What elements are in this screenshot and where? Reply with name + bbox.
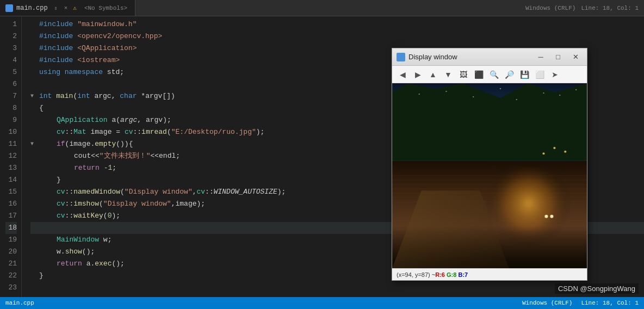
code-line-23 xyxy=(30,282,644,294)
status-right: Windows (CRLF) Line: 18, Col: 1 xyxy=(522,300,639,306)
cv-tool-forward[interactable]: ▶ xyxy=(411,68,425,81)
cv-tool-zoom-in[interactable]: 🔍 xyxy=(487,68,501,81)
line-num-1: 1 xyxy=(5,18,17,30)
cv-tool-back[interactable]: ◀ xyxy=(395,68,410,81)
line-num-2: 2 xyxy=(5,30,17,42)
line-num-5: 5 xyxy=(5,66,17,78)
cv-coords: (x=94, y=87) ~ xyxy=(397,271,435,278)
line-num-12: 12 xyxy=(5,150,17,162)
line-num-14: 14 xyxy=(5,174,17,186)
code-content-15: cv::namedWindow("Display window",cv::WIN… xyxy=(57,186,286,198)
tab-close-btn[interactable]: × xyxy=(64,5,68,11)
code-content-7: int main(int argc, char *argv[]) xyxy=(39,90,175,102)
code-content-14: } xyxy=(57,174,61,186)
cv-toolbar: ◀ ▶ ▲ ▼ 🖼 ⬛ 🔍 🔎 💾 ⬜ ➤ xyxy=(392,66,587,83)
line-arrow-11: ▼ xyxy=(30,138,37,150)
cv-statusbar: (x=94, y=87) ~ R:6 G:8 B:7 xyxy=(392,268,587,280)
code-line-2: #include <opencv2/opencv.hpp> xyxy=(30,30,644,42)
cv-tool-up[interactable]: ▲ xyxy=(426,68,440,81)
code-content-1: #include "mainwindow.h" xyxy=(39,18,137,30)
code-content-20: w.show(); xyxy=(57,246,95,258)
code-content-22: } xyxy=(39,270,44,282)
code-content-10: cv::Mat image = cv::imread("E:/Desktop/r… xyxy=(57,126,264,138)
status-position: Line: 18, Col: 1 xyxy=(581,300,639,306)
code-content-13: return -1; xyxy=(74,162,116,174)
line-num-7: 7 xyxy=(5,90,17,102)
status-encoding: Windows (CRLF) xyxy=(522,300,572,306)
cv-r-value: R:6 xyxy=(435,271,445,278)
line-num-9: 9 xyxy=(5,114,17,126)
cv-close-btn[interactable]: ✕ xyxy=(568,52,583,63)
line-num-20: 20 xyxy=(5,246,17,258)
encoding-label: Windows (CRLF) xyxy=(525,5,575,11)
cv-minimize-btn[interactable]: ─ xyxy=(534,52,548,63)
code-content-11: if(image.empty()){ xyxy=(57,138,133,150)
cv-tool-down[interactable]: ▼ xyxy=(441,68,455,81)
cv-tool-image[interactable]: 🖼 xyxy=(456,68,470,81)
code-content-17: cv::waitKey(0); xyxy=(57,210,120,222)
code-content-19: MainWindow w; xyxy=(57,234,112,246)
line-num-6: 6 xyxy=(5,78,17,90)
status-bar: main.cpp Windows (CRLF) Line: 18, Col: 1 xyxy=(0,297,644,309)
cv-tool-fit[interactable]: ⬜ xyxy=(532,68,547,81)
code-content-5: using namespace std; xyxy=(39,66,124,78)
line-num-13: 13 xyxy=(5,162,17,174)
line-num-4: 4 xyxy=(5,54,17,66)
cv-tool-zoom-out[interactable]: 🔎 xyxy=(502,68,516,81)
cv-g-value: G:8 xyxy=(447,271,456,278)
file-icon xyxy=(5,4,13,12)
tab-nav-arrows[interactable]: ⇕ xyxy=(51,5,61,11)
cv-tool-save[interactable]: 💾 xyxy=(517,68,531,81)
tab-bar-right: Windows (CRLF) Line: 18, Col: 1 xyxy=(525,5,644,11)
code-content-21: return a.exec(); xyxy=(57,258,125,270)
csdn-watermark: CSDN @SongpingWang xyxy=(555,283,639,294)
line-num-11: 11 xyxy=(5,138,17,150)
line-arrow-7: ▼ xyxy=(30,90,37,102)
file-tab[interactable]: main.cpp ⇕ × ⚠ <No Symbols> xyxy=(0,0,135,16)
warning-badge: ⚠ xyxy=(71,4,79,11)
line-numbers: 1234567891011121314151617181920212223 xyxy=(0,16,22,297)
no-symbols-label: <No Symbols> xyxy=(82,5,129,11)
tab-filename: main.cpp xyxy=(16,4,48,12)
line-num-22: 22 xyxy=(5,270,17,282)
line-num-16: 16 xyxy=(5,198,17,210)
line-num-18: 18 xyxy=(5,222,17,234)
code-content-4: #include <iostream> xyxy=(39,54,120,66)
code-line-1: #include "mainwindow.h" xyxy=(30,18,644,30)
cv-titlebar: Display window ─ □ ✕ xyxy=(392,48,587,66)
cv-window: Display window ─ □ ✕ ◀ ▶ ▲ ▼ 🖼 ⬛ 🔍 🔎 💾 ⬜… xyxy=(392,48,587,281)
cv-image-area xyxy=(392,83,587,268)
code-content-16: cv::imshow("Display window",image); xyxy=(57,198,205,210)
line-num-21: 21 xyxy=(5,258,17,270)
line-num-8: 8 xyxy=(5,102,17,114)
cv-window-title: Display window xyxy=(408,53,530,61)
cv-tool-box[interactable]: ⬛ xyxy=(472,68,486,81)
code-content-3: #include <QApplication> xyxy=(39,42,137,54)
line-num-15: 15 xyxy=(5,186,17,198)
line-num-17: 17 xyxy=(5,210,17,222)
code-content-8: { xyxy=(39,102,44,114)
cv-image-canvas xyxy=(392,83,587,268)
cv-maximize-btn[interactable]: □ xyxy=(551,52,565,63)
cv-b-value: B:7 xyxy=(458,271,468,278)
position-label: Line: 18, Col: 1 xyxy=(581,5,639,11)
status-branch: main.cpp xyxy=(5,300,34,306)
cv-window-icon xyxy=(397,53,405,61)
code-content-2: #include <opencv2/opencv.hpp> xyxy=(39,30,162,42)
tab-bar: main.cpp ⇕ × ⚠ <No Symbols> Windows (CRL… xyxy=(0,0,644,16)
cv-tool-arrow[interactable]: ➤ xyxy=(548,68,562,81)
line-num-10: 10 xyxy=(5,126,17,138)
code-content-12: cout<<"文件未找到！"<<endl; xyxy=(74,150,180,162)
line-num-19: 19 xyxy=(5,234,17,246)
line-num-3: 3 xyxy=(5,42,17,54)
line-num-23: 23 xyxy=(5,282,17,294)
code-content-9: QApplication a(argc, argv); xyxy=(57,114,171,126)
